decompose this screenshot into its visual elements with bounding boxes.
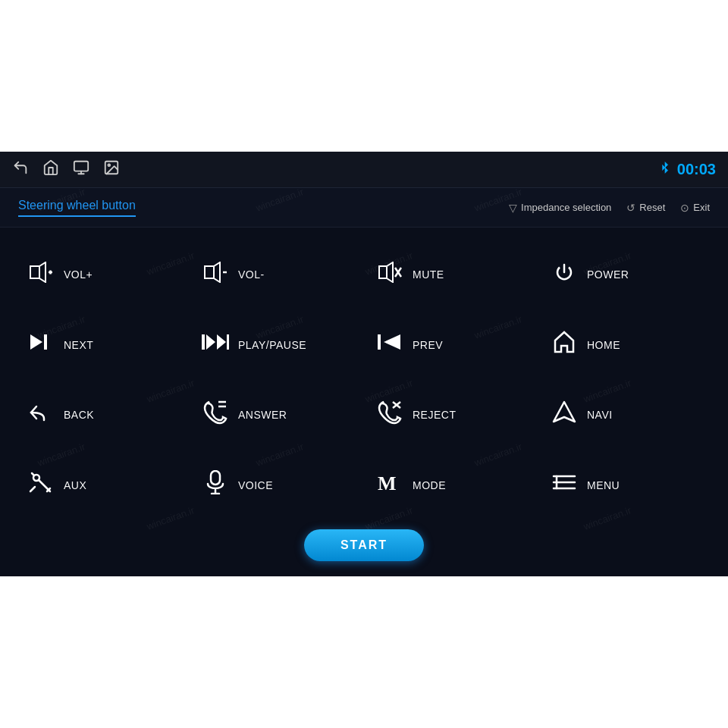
reject-label: REJECT: [413, 409, 456, 421]
main-screen: wincairan.ir wincairan.ir wincairan.ir w…: [0, 152, 728, 576]
svg-rect-34: [211, 471, 220, 485]
impedance-icon: ▽: [509, 202, 517, 214]
voice-icon: [202, 470, 229, 500]
svg-marker-5: [30, 266, 39, 278]
sub-header: Steering wheel button ▽ Impedance select…: [0, 188, 728, 228]
home-nav-icon[interactable]: [42, 159, 59, 180]
svg-marker-16: [30, 334, 42, 350]
recent-icon[interactable]: [73, 159, 89, 180]
prev-icon: [376, 331, 403, 358]
vol-minus-button[interactable]: VOL-: [190, 240, 364, 310]
svg-rect-0: [74, 162, 88, 171]
next-icon: [27, 331, 55, 358]
clock-display: 00:03: [677, 161, 716, 178]
vol-plus-label: VOL+: [64, 268, 93, 281]
svg-marker-20: [217, 334, 226, 350]
back-icon-btn: [27, 402, 55, 428]
home-button[interactable]: HOME: [538, 310, 713, 381]
svg-rect-21: [227, 334, 229, 350]
prev-label: PREV: [413, 339, 443, 351]
menu-icon: [551, 472, 578, 498]
reject-icon: [376, 400, 403, 430]
power-icon: [551, 260, 578, 290]
home-label: HOME: [587, 339, 620, 351]
back-label: BACK: [64, 409, 94, 421]
svg-marker-28: [554, 402, 575, 422]
svg-marker-23: [384, 334, 400, 350]
buttons-grid: VOL+ VOL-: [15, 240, 713, 520]
mute-button[interactable]: MUTE: [364, 240, 538, 310]
voice-button[interactable]: VOICE: [190, 450, 364, 521]
reset-icon: ↺: [626, 202, 635, 214]
navi-icon: [551, 400, 578, 430]
mute-label: MUTE: [413, 268, 444, 281]
exit-icon: ⊙: [680, 202, 689, 214]
svg-marker-19: [206, 334, 215, 350]
svg-marker-6: [39, 262, 46, 282]
navi-button[interactable]: NAVI: [538, 380, 713, 450]
svg-marker-13: [387, 262, 393, 282]
svg-line-31: [32, 473, 34, 475]
nav-icons: [12, 159, 120, 180]
aux-label: AUX: [64, 479, 86, 491]
answer-icon: [202, 400, 229, 430]
next-button[interactable]: NEXT: [15, 310, 190, 381]
page-title: Steering wheel button: [18, 199, 136, 217]
reject-button[interactable]: REJECT: [364, 380, 538, 450]
navi-label: NAVI: [587, 409, 613, 421]
mode-button[interactable]: M MODE: [364, 450, 538, 521]
impedance-selection-button[interactable]: ▽ Impedance selection: [509, 202, 611, 214]
aux-button[interactable]: AUX: [15, 450, 190, 521]
vol-plus-icon: [27, 262, 55, 288]
menu-button[interactable]: MENU: [538, 450, 713, 521]
power-button[interactable]: POWER: [538, 240, 713, 310]
mode-icon: M: [376, 472, 403, 498]
home-icon: [551, 330, 578, 359]
impedance-label: Impedance selection: [521, 202, 611, 213]
prev-button[interactable]: PREV: [364, 310, 538, 381]
reset-label: Reset: [639, 202, 665, 213]
svg-rect-18: [202, 334, 205, 350]
start-row: START: [15, 523, 713, 564]
top-bar: 00:03: [0, 152, 728, 188]
svg-point-4: [108, 164, 110, 166]
voice-label: VOICE: [238, 479, 273, 491]
main-content: VOL+ VOL-: [0, 228, 728, 576]
exit-button[interactable]: ⊙ Exit: [680, 202, 710, 214]
svg-rect-22: [378, 334, 381, 350]
svg-line-33: [30, 487, 35, 491]
mode-label: MODE: [413, 479, 446, 491]
vol-plus-button[interactable]: VOL+: [15, 240, 190, 310]
aux-icon: [27, 470, 55, 500]
play-pause-button[interactable]: PLAY/PAUSE: [190, 310, 364, 381]
screenshot-icon[interactable]: [103, 159, 120, 180]
svg-text:M: M: [378, 472, 397, 493]
vol-minus-label: VOL-: [238, 268, 265, 281]
bluetooth-icon: [659, 160, 671, 179]
menu-label: MENU: [587, 479, 620, 491]
svg-rect-17: [44, 334, 47, 350]
svg-marker-12: [379, 266, 387, 278]
next-label: NEXT: [64, 339, 93, 351]
answer-label: ANSWER: [238, 409, 287, 421]
sub-header-actions: ▽ Impedance selection ↺ Reset ⊙ Exit: [509, 202, 710, 214]
reset-button[interactable]: ↺ Reset: [626, 202, 665, 214]
mute-icon: [376, 262, 403, 288]
exit-label: Exit: [693, 202, 710, 213]
play-pause-icon: [202, 331, 229, 358]
back-icon[interactable]: [12, 159, 29, 180]
start-button[interactable]: START: [304, 529, 424, 561]
back-button[interactable]: BACK: [15, 380, 190, 450]
top-bar-right: 00:03: [659, 160, 716, 179]
svg-marker-9: [205, 266, 214, 278]
power-label: POWER: [587, 268, 629, 281]
vol-minus-icon: [202, 262, 229, 288]
play-pause-label: PLAY/PAUSE: [238, 339, 306, 351]
answer-button[interactable]: ANSWER: [190, 380, 364, 450]
svg-marker-10: [214, 262, 220, 282]
